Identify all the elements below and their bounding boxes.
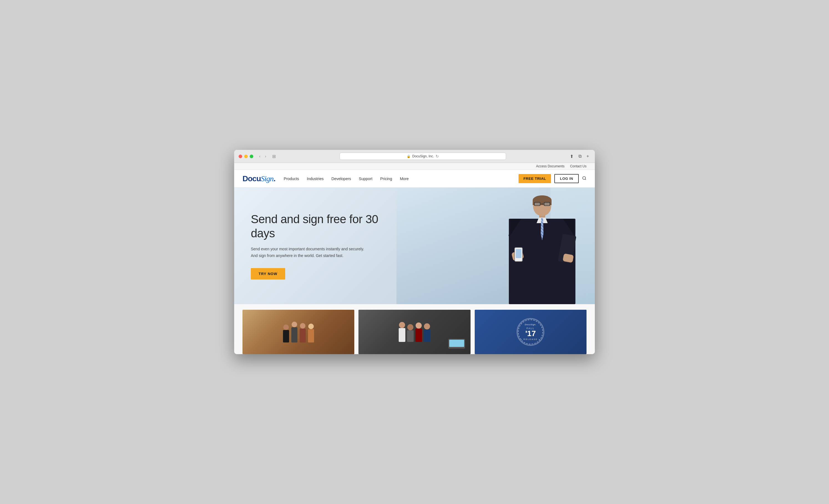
refresh-button[interactable]: ↻ <box>436 154 439 158</box>
laptop <box>448 339 465 349</box>
logo-sign: Sign <box>261 174 274 183</box>
main-navigation: DocuSign. Products Industries Developers… <box>234 170 595 188</box>
utility-bar: Access Documents Contact Us <box>234 163 595 170</box>
logo-docu: Docu <box>243 174 261 183</box>
card1-people <box>280 319 317 345</box>
hero-subtitle: Send even your most important documents … <box>251 246 370 259</box>
nav-industries[interactable]: Industries <box>307 177 324 181</box>
access-documents-link[interactable]: Access Documents <box>536 164 565 168</box>
badge-year: '17 <box>525 330 536 337</box>
svg-point-0 <box>583 177 586 180</box>
logo-dot: . <box>274 174 276 183</box>
hero-background-image <box>396 188 595 304</box>
login-button[interactable]: LOG IN <box>554 174 579 183</box>
meeting-person-4 <box>424 323 430 342</box>
card-fall-release[interactable]: DocuSign. FALL '17 • RELEASE • <box>475 310 586 354</box>
new-tab-button[interactable]: + <box>585 153 590 159</box>
tabs-button[interactable]: ⧉ <box>577 153 583 159</box>
person-fig-3 <box>300 323 306 343</box>
nav-more[interactable]: More <box>400 177 409 181</box>
address-bar[interactable]: 🔒 DocuSign, Inc. ↻ <box>339 153 506 160</box>
nav-products[interactable]: Products <box>284 177 299 181</box>
phone-device <box>514 247 523 262</box>
cards-section: DocuSign. FALL '17 • RELEASE • <box>234 304 595 354</box>
nav-support[interactable]: Support <box>359 177 372 181</box>
person-glasses <box>534 202 550 206</box>
back-button[interactable]: ‹ <box>258 153 262 159</box>
person-hand-right <box>563 253 574 263</box>
logo[interactable]: DocuSign. <box>243 174 276 183</box>
url-text: DocuSign, Inc. <box>412 154 434 158</box>
nav-developers[interactable]: Developers <box>331 177 351 181</box>
person-fig-4 <box>308 324 314 343</box>
forward-button[interactable]: › <box>263 153 268 159</box>
hero-section: Send and sign free for 30 days Send even… <box>234 188 595 304</box>
meeting-person-1 <box>399 322 405 342</box>
try-now-button[interactable]: TRY NOW <box>251 268 285 280</box>
browser-controls <box>239 154 253 158</box>
nav-links: Products Industries Developers Support P… <box>284 177 518 181</box>
minimize-button[interactable] <box>244 154 248 158</box>
browser-window: ‹ › ⊞ 🔒 DocuSign, Inc. ↻ ⬆ ⧉ + Access Do… <box>234 150 595 354</box>
person-fig-1 <box>283 324 289 343</box>
sidebar-toggle-button[interactable]: ⊞ <box>271 153 277 159</box>
contact-us-link[interactable]: Contact Us <box>570 164 586 168</box>
search-button[interactable] <box>582 176 586 181</box>
docusign-badge: DocuSign. FALL '17 • RELEASE • <box>516 318 544 346</box>
share-button[interactable]: ⬆ <box>569 153 575 159</box>
hero-title: Send and sign free for 30 days <box>251 212 384 240</box>
close-button[interactable] <box>239 154 242 158</box>
badge-logo: DocuSign. <box>525 323 536 326</box>
maximize-button[interactable] <box>250 154 253 158</box>
card-meeting[interactable] <box>358 310 470 354</box>
browser-nav: ‹ › <box>258 153 267 159</box>
meeting-person-2 <box>407 324 414 342</box>
badge-release: • RELEASE • <box>521 338 540 340</box>
badge-inner: DocuSign. FALL '17 • RELEASE • <box>518 319 543 345</box>
nav-pricing[interactable]: Pricing <box>380 177 392 181</box>
hero-content: Send and sign free for 30 days Send even… <box>234 212 401 279</box>
browser-actions: ⬆ ⧉ + <box>569 153 590 159</box>
card-team-work[interactable] <box>243 310 354 354</box>
lock-icon: 🔒 <box>407 154 410 158</box>
browser-titlebar: ‹ › ⊞ 🔒 DocuSign, Inc. ↻ ⬆ ⧉ + <box>234 150 595 163</box>
logo-text: DocuSign. <box>243 174 276 183</box>
nav-actions: FREE TRIAL LOG IN <box>518 174 586 183</box>
meeting-person-3 <box>415 323 422 342</box>
free-trial-button[interactable]: FREE TRIAL <box>518 174 551 183</box>
card2-people <box>396 319 433 345</box>
svg-line-1 <box>585 179 586 180</box>
person-fig-2 <box>291 322 297 343</box>
